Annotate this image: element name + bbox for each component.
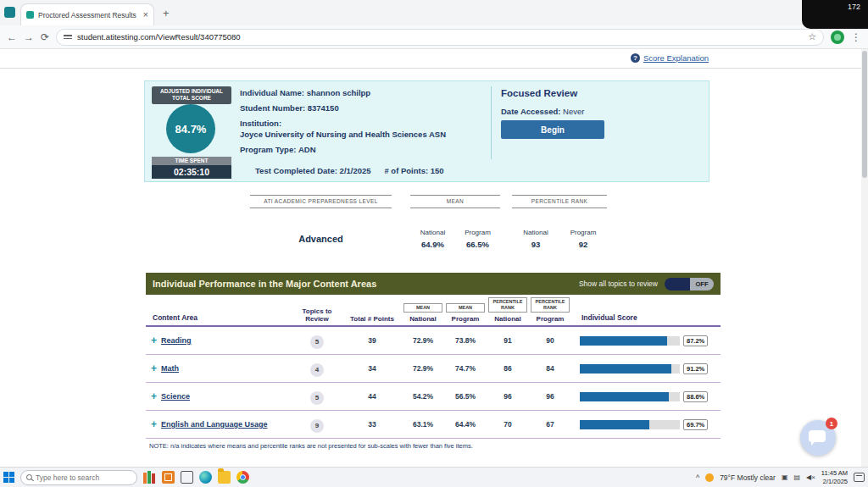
expand-icon[interactable]: +: [151, 391, 157, 401]
score-value: 69.7%: [683, 419, 708, 430]
chat-widget-button[interactable]: 1: [800, 420, 836, 456]
score-bar: [580, 336, 680, 346]
score-bar: [580, 420, 680, 429]
score-value: 88.6%: [683, 391, 708, 402]
percentile-national-cell: 70: [487, 420, 529, 429]
toggle-track: [665, 278, 690, 291]
page-scrollbar[interactable]: [861, 49, 868, 467]
mean-program-cell: 64.4%: [444, 420, 487, 429]
program-type-value: ADN: [298, 145, 316, 154]
browser-tab[interactable]: Proctored Assessment Results ×: [20, 3, 154, 25]
content-area-link[interactable]: Reading: [161, 336, 192, 345]
percentile-national-label: National: [512, 229, 559, 236]
percentile-program-value: 92: [559, 240, 607, 249]
scrollbar-thumb[interactable]: [862, 51, 867, 178]
content-area-link[interactable]: Math: [161, 364, 179, 373]
table-title-bar: Individual Performance in the Major Cont…: [146, 273, 721, 295]
forward-icon[interactable]: →: [24, 32, 34, 42]
chrome-icon[interactable]: [236, 471, 249, 484]
page-content: ? Score Explanation ADJUSTED INDIVIDUAL …: [0, 49, 868, 467]
completed-date-value: 2/1/2025: [340, 166, 371, 175]
focused-review-title: Focused Review: [501, 88, 577, 98]
percentile-program-cell: 96: [529, 392, 571, 401]
tab-title: Proctored Assessment Results: [38, 11, 139, 19]
date-accessed-label: Date Accessed:: [501, 107, 560, 116]
prep-level-header: ATI ACADEMIC PREPAREDNESS LEVEL: [250, 195, 392, 208]
score-value: 91.2%: [683, 363, 708, 374]
col-topics: Topics to Review: [292, 307, 342, 325]
url-text: student.atitesting.com/ViewResult/340775…: [77, 32, 803, 42]
start-button[interactable]: [3, 472, 14, 483]
card-divider: [491, 86, 492, 159]
col-percentile-national: PERCENTILE RANK National: [487, 297, 529, 325]
institution-label: Institution:: [240, 119, 281, 128]
points-label: # of Points:: [384, 166, 428, 175]
search-input[interactable]: [36, 473, 131, 482]
content-area-link[interactable]: Science: [161, 392, 190, 401]
mean-program-cell: 56.5%: [444, 392, 487, 401]
app-icon[interactable]: [162, 471, 175, 484]
bookmark-star-icon[interactable]: ☆: [808, 31, 816, 42]
windows-taskbar: ^ 79°F Mostly clear ▣ ▤ ◀× 11:45 AM 2/1/…: [0, 467, 868, 487]
back-icon[interactable]: ←: [7, 32, 17, 42]
expand-icon[interactable]: +: [151, 419, 157, 429]
show-topics-toggle[interactable]: OFF: [665, 278, 714, 291]
table-row: + Reading 5 39 72.9% 73.8% 91 90 87.2%: [146, 327, 721, 355]
profile-avatar[interactable]: [831, 30, 844, 44]
mean-header: MEAN: [410, 195, 500, 208]
points-value: 44: [342, 392, 402, 401]
action-center-icon[interactable]: [854, 473, 865, 482]
library-app-icon[interactable]: [143, 471, 156, 484]
url-bar[interactable]: student.atitesting.com/ViewResult/340775…: [56, 29, 824, 46]
percentile-group-box: PERCENTILE RANK: [488, 297, 527, 313]
table-row: + English and Language Usage 9 33 63.1% …: [146, 411, 721, 439]
expand-icon[interactable]: +: [151, 363, 157, 374]
screen-share-overlay[interactable]: 172: [802, 0, 868, 29]
network-tray-icon[interactable]: ▤: [793, 474, 800, 481]
col-percentile-program: PERCENTILE RANK Program: [529, 297, 571, 325]
browser-menu-icon[interactable]: ⋮: [851, 31, 861, 43]
show-topics-label: Show all topics to review: [579, 279, 658, 288]
tab-close-icon[interactable]: ×: [143, 10, 148, 19]
score-explanation-link[interactable]: Score Explanation: [643, 53, 709, 63]
volume-mute-icon[interactable]: ◀×: [806, 474, 815, 481]
topics-badge: 5: [310, 391, 324, 405]
display-tray-icon[interactable]: ▣: [782, 474, 788, 481]
col-content-area: Content Area: [146, 314, 292, 325]
edge-icon[interactable]: [199, 471, 212, 484]
percentile-header: PERCENTILE RANK: [512, 195, 607, 208]
reload-icon[interactable]: ⟳: [41, 32, 49, 42]
site-settings-icon[interactable]: [64, 33, 72, 42]
adjusted-score-badge: ADJUSTED INDIVIDUAL TOTAL SCORE: [152, 86, 231, 104]
expand-icon[interactable]: +: [151, 335, 157, 346]
task-view-icon[interactable]: [181, 471, 193, 484]
taskbar-clock[interactable]: 11:45 AM 2/1/2025: [821, 469, 848, 485]
taskbar-search[interactable]: [20, 470, 137, 485]
new-tab-button[interactable]: +: [163, 7, 170, 19]
student-number-field: Student Number: 8374150: [240, 103, 339, 113]
mean-national-cell: 54.2%: [402, 392, 444, 401]
points-value: 33: [342, 420, 402, 429]
percentile-program-cell: 84: [529, 364, 571, 373]
percentile-summary: PERCENTILE RANK National 93 Program 92: [512, 195, 607, 249]
content-area-link[interactable]: English and Language Usage: [161, 420, 268, 429]
col-mean-national: MEAN National: [402, 303, 444, 325]
program-type-field: Program Type: ADN: [240, 145, 316, 154]
mean-national-cell: 72.9%: [402, 364, 444, 373]
mean-national-cell: 63.1%: [402, 420, 444, 429]
table-row: + Science 5 44 54.2% 56.5% 96 96 88.6%: [146, 383, 721, 411]
hidden-icons-chevron[interactable]: ^: [696, 473, 699, 482]
percentile-national-cell: 96: [487, 392, 529, 401]
score-explanation[interactable]: ? Score Explanation: [631, 53, 709, 63]
topics-badge: 5: [310, 335, 324, 349]
begin-button[interactable]: Begin: [501, 120, 604, 139]
clock-date: 2/1/2025: [821, 478, 848, 485]
percentile-group-box: PERCENTILE RANK: [531, 297, 570, 313]
mean-program-label: Program: [455, 229, 500, 236]
weather-text[interactable]: 79°F Mostly clear: [720, 473, 776, 482]
score-bar: [580, 392, 680, 401]
performance-table: Individual Performance in the Major Cont…: [146, 273, 721, 439]
file-explorer-icon[interactable]: [218, 471, 231, 484]
score-bar: [580, 364, 680, 374]
points-value: 34: [342, 364, 402, 373]
